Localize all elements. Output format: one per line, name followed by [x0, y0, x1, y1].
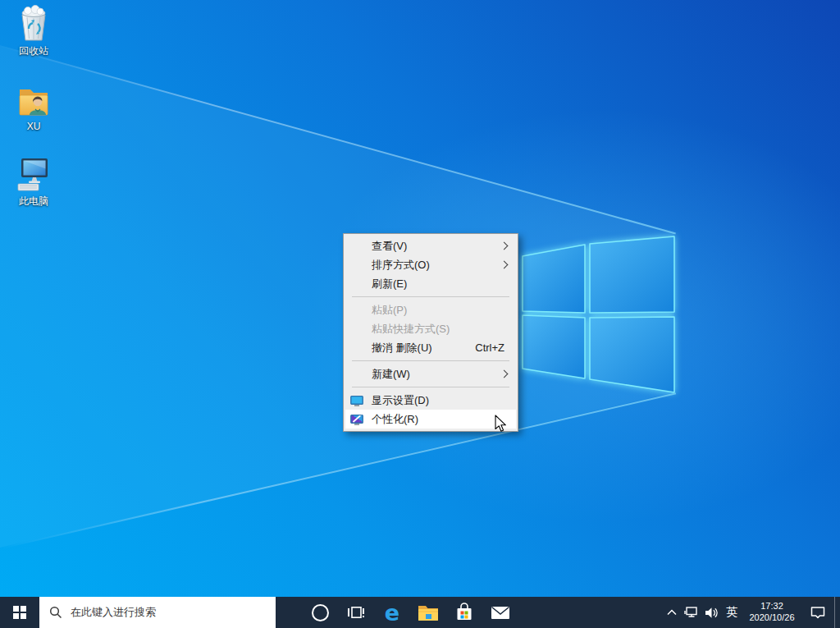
- menu-item-label: 刷新(E): [372, 277, 516, 291]
- tray-show-hidden-icons[interactable]: [662, 597, 682, 628]
- show-desktop-button[interactable]: [834, 597, 840, 628]
- task-view-icon: [347, 605, 365, 620]
- cortana-icon: [312, 604, 329, 621]
- recycle-bin-icon: [14, 3, 53, 43]
- action-center-button[interactable]: [801, 597, 834, 628]
- personalization-icon: [350, 413, 363, 426]
- search-icon: [49, 606, 62, 619]
- action-center-icon: [810, 605, 826, 620]
- desktop-icon-user-folder[interactable]: XU: [7, 80, 61, 132]
- menu-item-undo-delete[interactable]: 撤消 删除(U) Ctrl+Z: [345, 338, 516, 357]
- taskbar-app-mail[interactable]: [482, 597, 518, 628]
- taskbar-app-file-explorer[interactable]: [410, 597, 446, 628]
- menu-separator: [352, 360, 509, 361]
- menu-item-label: 显示设置(D): [372, 393, 516, 408]
- menu-item-label: 新建(W): [372, 367, 516, 382]
- desktop-icon-label: XU: [27, 121, 41, 132]
- chevron-up-icon: [667, 609, 677, 616]
- taskbar-app-task-view[interactable]: [338, 597, 374, 628]
- taskbar-search-input[interactable]: 在此键入进行搜索: [39, 597, 276, 628]
- system-tray: 英 17:32 2020/10/26: [662, 597, 840, 628]
- taskbar-app-cortana[interactable]: [302, 597, 338, 628]
- mouse-cursor: [495, 415, 508, 433]
- desktop-context-menu: 查看(V) 排序方式(O) 刷新(E) 粘贴(P) 粘贴快捷方式(S) 撤消 删…: [343, 233, 518, 432]
- file-explorer-icon: [418, 603, 439, 621]
- desktop-icon-this-pc[interactable]: 此电脑: [7, 154, 61, 209]
- store-icon: [454, 603, 474, 622]
- taskbar-app-store[interactable]: [446, 597, 482, 628]
- search-placeholder: 在此键入进行搜索: [71, 605, 156, 620]
- start-button[interactable]: [0, 597, 39, 628]
- windows-logo-icon: [13, 606, 26, 619]
- menu-item-paste-shortcut[interactable]: 粘贴快捷方式(S): [345, 319, 516, 338]
- menu-item-sort-by[interactable]: 排序方式(O): [345, 255, 516, 274]
- menu-item-label: 粘贴快捷方式(S): [372, 322, 516, 337]
- desktop-screen: 回收站 XU: [0, 0, 840, 628]
- menu-separator: [352, 387, 509, 387]
- tray-date: 2020/10/26: [749, 612, 794, 624]
- tray-time: 17:32: [760, 601, 783, 612]
- edge-icon: e: [385, 602, 399, 624]
- menu-item-label: 粘贴(P): [372, 303, 516, 318]
- menu-item-label: 撤消 删除(U): [372, 341, 475, 355]
- menu-item-paste[interactable]: 粘贴(P): [345, 300, 516, 319]
- menu-item-display-settings[interactable]: 显示设置(D): [345, 391, 516, 410]
- menu-item-shortcut: Ctrl+Z: [475, 342, 504, 354]
- user-folder-icon: [14, 80, 53, 119]
- taskbar-app-edge[interactable]: e: [374, 597, 410, 628]
- menu-separator: [352, 296, 509, 297]
- menu-item-personalize[interactable]: 个性化(R): [345, 410, 516, 429]
- desktop-icon-recycle-bin[interactable]: 回收站: [7, 3, 61, 58]
- mail-icon: [491, 605, 510, 621]
- menu-item-new[interactable]: 新建(W): [345, 364, 516, 383]
- desktop-icon-label: 此电脑: [19, 195, 48, 209]
- tray-network[interactable]: [682, 597, 701, 628]
- menu-item-refresh[interactable]: 刷新(E): [345, 274, 516, 293]
- display-settings-icon: [350, 394, 363, 407]
- tray-language-indicator[interactable]: 英: [721, 597, 742, 628]
- desktop-icon-label: 回收站: [19, 44, 48, 58]
- menu-item-label: 排序方式(O): [372, 258, 516, 273]
- menu-item-view[interactable]: 查看(V): [345, 236, 516, 255]
- desktop-icon-list: 回收站 XU: [7, 3, 61, 209]
- this-pc-icon: [14, 154, 53, 193]
- speaker-icon: [705, 607, 719, 619]
- tray-clock[interactable]: 17:32 2020/10/26: [742, 597, 801, 628]
- taskbar: 在此键入进行搜索 e: [0, 597, 840, 628]
- menu-item-label: 查看(V): [372, 239, 516, 254]
- tray-volume[interactable]: [701, 597, 721, 628]
- network-icon: [684, 606, 699, 619]
